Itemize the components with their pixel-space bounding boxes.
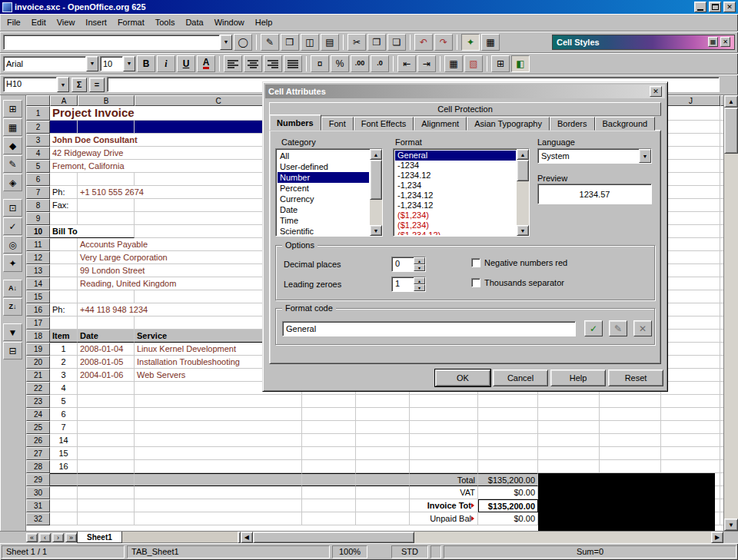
row-header-2[interactable]: 2 [26,121,50,134]
cell[interactable] [661,277,720,290]
ok-button[interactable]: OK [435,369,490,386]
language-select[interactable]: System ▼ [537,148,652,164]
list-item[interactable]: ($1,234) [395,220,516,230]
font-name-combo[interactable]: ▼ [3,56,98,71]
row-header-7[interactable]: 7 [26,186,50,199]
scroll-down-icon[interactable]: ▼ [370,225,382,236]
cell[interactable] [50,121,78,134]
cell[interactable] [720,160,723,173]
column-header-k[interactable]: K [720,95,723,106]
undo-icon[interactable]: ↶ [414,34,433,51]
cell[interactable]: Total [410,473,478,486]
cell[interactable] [661,382,720,395]
vertical-scroll-track[interactable] [724,108,738,519]
row-header-31[interactable]: 31 [26,499,50,512]
cell[interactable] [78,212,135,225]
cell[interactable]: 4 [50,382,78,395]
font-size-dropdown-icon[interactable]: ▼ [123,56,135,71]
cell[interactable]: 7 [50,421,78,434]
format-code-input[interactable] [282,321,576,336]
tab-cell-protection[interactable]: Cell Protection [269,102,661,116]
cell[interactable] [78,173,135,186]
scroll-track[interactable] [517,160,529,225]
cell[interactable] [661,343,720,356]
row-header-30[interactable]: 30 [26,486,50,499]
cell[interactable] [720,343,723,356]
row-header-23[interactable]: 23 [26,395,50,408]
list-item[interactable]: User-defined [278,161,369,172]
cell[interactable]: 2004-01-06 [78,369,135,382]
insert-cells-icon[interactable]: ▦ [3,118,22,136]
dialog-close-button[interactable]: ✕ [650,86,662,97]
cell[interactable] [720,147,723,160]
align-right-icon[interactable] [264,55,282,72]
cell[interactable] [410,434,478,447]
menu-help[interactable]: Help [250,15,278,29]
row-header-32[interactable]: 32 [26,512,50,525]
cell[interactable] [720,290,723,303]
cell[interactable]: Date [78,330,135,343]
merge-cells-icon[interactable]: ⊞ [491,55,510,72]
navigator-icon[interactable]: ✦ [461,34,480,51]
checkbox-box[interactable] [471,278,480,287]
gallery-icon[interactable]: ▦ [481,34,500,51]
row-header-11[interactable]: 11 [26,238,50,251]
cell[interactable] [661,238,720,251]
cell[interactable] [661,121,720,134]
cell[interactable] [720,486,723,499]
list-item[interactable]: Date [278,204,369,215]
cell[interactable] [302,460,356,473]
cell[interactable] [720,121,723,134]
list-item[interactable]: Currency [278,194,369,204]
cell[interactable] [661,447,720,460]
increase-indent-icon[interactable]: ⇥ [417,55,436,72]
menu-window[interactable]: Window [209,15,250,29]
font-name-dropdown-icon[interactable]: ▼ [86,56,98,71]
sort-descending-icon[interactable]: Z↓ [3,298,22,316]
row-header-16[interactable]: 16 [26,303,50,316]
maximize-button[interactable] [709,2,721,12]
cell-reference-value[interactable]: H10 [3,77,57,92]
edit-comment-button[interactable]: ✎ [609,320,627,336]
row-header-15[interactable]: 15 [26,290,50,303]
scroll-up-icon[interactable]: ▲ [517,149,529,160]
sum-button[interactable]: Σ [71,78,87,92]
list-item[interactable]: Number [278,172,369,183]
scroll-left-icon[interactable]: ◀ [241,532,253,543]
cell[interactable] [720,473,723,486]
grid-corner-box[interactable] [26,95,50,106]
bold-icon[interactable]: B [137,55,155,72]
spin-down-icon[interactable]: ▾ [414,284,425,291]
cell[interactable] [720,264,723,277]
url-input[interactable] [3,35,220,50]
cell[interactable]: 14 [50,434,78,447]
negative-numbers-red-checkbox[interactable]: Negative numbers red [471,258,567,267]
cell[interactable] [135,473,302,486]
cell[interactable]: 16 [50,460,78,473]
cell[interactable] [78,447,135,460]
cancel-button[interactable]: Cancel [493,369,548,386]
font-size-input[interactable] [100,56,123,71]
tab-background[interactable]: Background [595,117,656,131]
cell[interactable]: Invoice Tot [410,499,478,512]
scroll-thumb[interactable] [517,160,529,181]
cell[interactable] [78,382,135,395]
category-scrollbar[interactable]: ▲ ▼ [370,149,382,236]
cell[interactable] [720,408,723,421]
row-header-9[interactable]: 9 [26,212,50,225]
add-format-button[interactable]: ✓ [584,320,603,336]
category-listbox[interactable]: AllUser-definedNumberPercentCurrencyDate… [275,148,383,237]
cell[interactable] [78,199,135,212]
cell[interactable] [720,173,723,186]
tab-font[interactable]: Font [321,117,354,131]
group-icon[interactable]: ⊟ [3,342,22,360]
reset-button[interactable]: Reset [608,369,663,386]
dialog-title-bar[interactable]: Cell Attributes ✕ [265,84,665,98]
tab-borders[interactable]: Borders [550,117,595,131]
cell[interactable] [478,395,538,408]
sheet-tab-sheet1[interactable]: Sheet1 [77,532,122,543]
list-item[interactable]: ($1,234) [395,210,516,220]
cell[interactable] [538,408,600,421]
cell[interactable]: 5 [50,395,78,408]
cell[interactable]: 2 [50,356,78,369]
